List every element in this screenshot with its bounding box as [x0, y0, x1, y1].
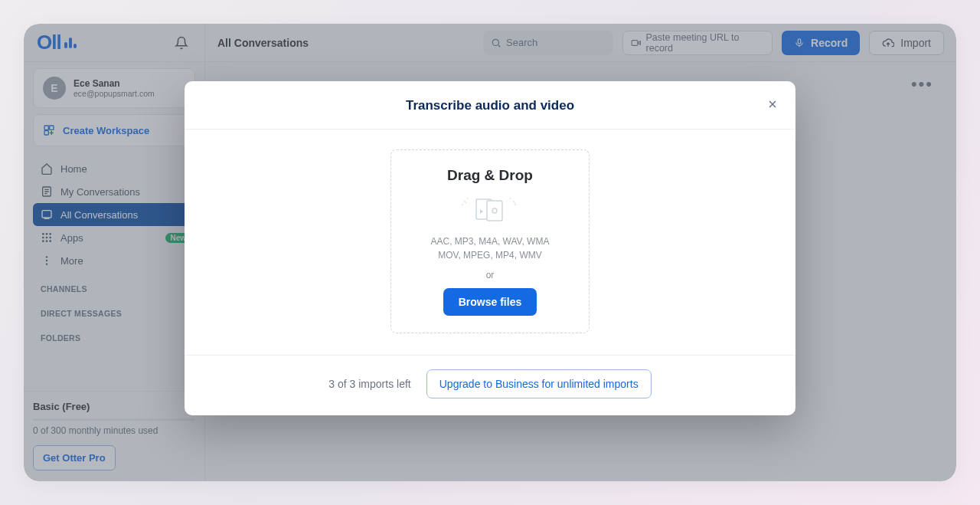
svg-rect-21 [487, 201, 502, 221]
or-label: or [403, 270, 577, 280]
close-button[interactable] [762, 93, 783, 115]
file-dropzone[interactable]: Drag & Drop AAC, MP3, M4A, WAV, WMA MOV,… [390, 149, 590, 333]
files-icon [403, 195, 577, 225]
browse-files-button[interactable]: Browse files [443, 288, 537, 316]
modal-title: Transcribe audio and video [200, 98, 780, 113]
formats-line2: MOV, MPEG, MP4, WMV [403, 248, 577, 262]
upgrade-button[interactable]: Upgrade to Business for unlimited import… [426, 369, 652, 398]
modal-header: Transcribe audio and video [185, 81, 795, 130]
dropzone-title: Drag & Drop [403, 167, 577, 184]
modal-body: Drag & Drop AAC, MP3, M4A, WAV, WMA MOV,… [185, 130, 795, 356]
formats-line1: AAC, MP3, M4A, WAV, WMA [403, 234, 577, 248]
modal-footer: 3 of 3 imports left Upgrade to Business … [185, 356, 795, 415]
transcribe-modal: Transcribe audio and video Drag & Drop [185, 81, 795, 415]
imports-remaining: 3 of 3 imports left [328, 378, 410, 390]
close-icon [766, 98, 779, 110]
